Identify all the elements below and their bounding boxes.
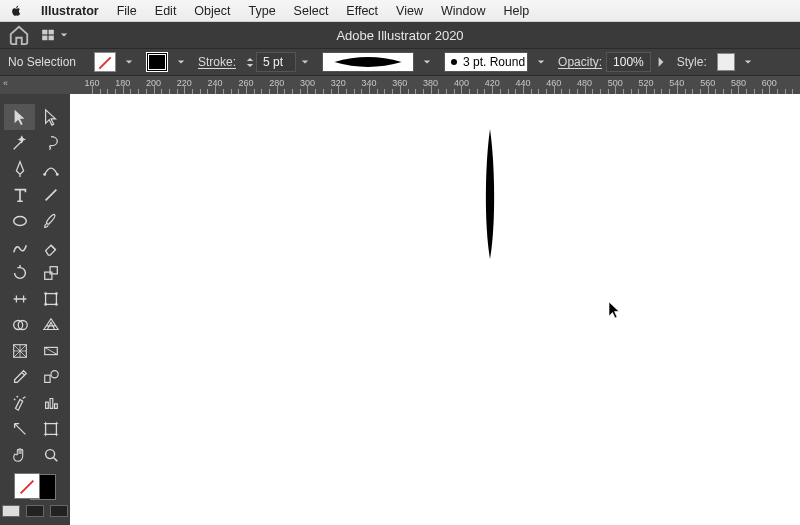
effect-menu[interactable]: Effect xyxy=(346,4,378,18)
fill-dropdown-icon[interactable] xyxy=(122,55,136,69)
eraser-tool[interactable] xyxy=(35,234,66,260)
stroke-swatch[interactable] xyxy=(146,52,168,72)
style-label: Style: xyxy=(677,55,707,69)
shape-builder-tool[interactable] xyxy=(4,312,35,338)
edit-menu[interactable]: Edit xyxy=(155,4,177,18)
width-tool[interactable] xyxy=(4,286,35,312)
magic-wand-tool[interactable] xyxy=(4,130,35,156)
selection-status: No Selection xyxy=(8,55,84,69)
paintbrush-tool[interactable] xyxy=(35,208,66,234)
eyedropper-tool[interactable] xyxy=(4,364,35,390)
opacity-field[interactable]: 100% xyxy=(606,52,651,72)
apple-menu-icon[interactable] xyxy=(10,4,23,17)
scale-tool[interactable] xyxy=(35,260,66,286)
stroke-width-field[interactable]: 5 pt xyxy=(256,52,296,72)
ellipse-tool[interactable] xyxy=(4,208,35,234)
style-dropdown-icon[interactable] xyxy=(741,55,755,69)
pen-tool[interactable] xyxy=(4,156,35,182)
fill-color-proxy[interactable] xyxy=(14,473,40,499)
canvas[interactable] xyxy=(70,94,800,525)
macos-menubar: Illustrator File Edit Object Type Select… xyxy=(0,0,800,22)
artboard-tool[interactable] xyxy=(35,416,66,442)
home-button-icon[interactable] xyxy=(8,26,30,44)
document-arrange-dropdown[interactable] xyxy=(40,28,68,42)
svg-rect-1 xyxy=(49,30,54,35)
opacity-label[interactable]: Opacity: xyxy=(558,55,602,69)
brush-definition-field[interactable]: 3 pt. Round xyxy=(444,52,528,72)
app-titlebar: Adobe Illustrator 2020 xyxy=(0,22,800,48)
column-graph-tool[interactable] xyxy=(35,390,66,416)
opacity-more-icon[interactable] xyxy=(655,56,667,68)
fill-stroke-control[interactable] xyxy=(14,473,56,500)
brush-dropdown-icon[interactable] xyxy=(534,55,548,69)
profile-dropdown-icon[interactable] xyxy=(420,55,434,69)
color-mode-row xyxy=(2,505,68,517)
drawn-brush-stroke[interactable] xyxy=(480,129,500,259)
cursor-arrow-icon xyxy=(608,301,622,319)
blend-tool[interactable] xyxy=(35,364,66,390)
svg-rect-3 xyxy=(49,36,54,41)
stroke-width-dropdown-icon[interactable] xyxy=(298,55,312,69)
line-segment-tool[interactable] xyxy=(35,182,66,208)
view-menu[interactable]: View xyxy=(396,4,423,18)
hand-tool[interactable] xyxy=(4,442,35,468)
window-menu[interactable]: Window xyxy=(441,4,485,18)
horizontal-ruler[interactable]: « 16018020022024026028030032034036038040… xyxy=(0,76,800,94)
brush-definition-label: 3 pt. Round xyxy=(463,55,525,69)
type-menu[interactable]: Type xyxy=(249,4,276,18)
stroke-width-stepper[interactable] xyxy=(246,57,254,68)
symbol-sprayer-tool[interactable] xyxy=(4,390,35,416)
object-menu[interactable]: Object xyxy=(194,4,230,18)
selection-tool[interactable] xyxy=(4,104,35,130)
color-mode-none[interactable] xyxy=(50,505,68,517)
fill-swatch[interactable] xyxy=(94,52,116,72)
curvature-tool[interactable] xyxy=(35,156,66,182)
shaper-tool[interactable] xyxy=(4,234,35,260)
lasso-tool[interactable] xyxy=(35,130,66,156)
graphic-style-swatch[interactable] xyxy=(717,53,735,71)
slice-tool[interactable] xyxy=(4,416,35,442)
color-mode-solid[interactable] xyxy=(2,505,20,517)
gradient-tool[interactable] xyxy=(35,338,66,364)
rotate-tool[interactable] xyxy=(4,260,35,286)
select-menu[interactable]: Select xyxy=(294,4,329,18)
free-transform-tool[interactable] xyxy=(35,286,66,312)
variable-width-profile[interactable] xyxy=(322,52,414,72)
help-menu[interactable]: Help xyxy=(503,4,529,18)
app-title: Adobe Illustrator 2020 xyxy=(0,28,800,43)
svg-rect-0 xyxy=(42,30,47,35)
file-menu[interactable]: File xyxy=(117,4,137,18)
zoom-tool[interactable] xyxy=(35,442,66,468)
tools-panel xyxy=(0,94,70,525)
brush-dot-icon xyxy=(451,59,457,65)
app-menu[interactable]: Illustrator xyxy=(41,4,99,18)
type-tool[interactable] xyxy=(4,182,35,208)
stroke-dropdown-icon[interactable] xyxy=(174,55,188,69)
svg-rect-2 xyxy=(42,36,47,41)
perspective-grid-tool[interactable] xyxy=(35,312,66,338)
direct-selection-tool[interactable] xyxy=(35,104,66,130)
mesh-tool[interactable] xyxy=(4,338,35,364)
color-mode-gradient[interactable] xyxy=(26,505,44,517)
stroke-label[interactable]: Stroke: xyxy=(198,55,236,69)
workspace xyxy=(0,94,800,525)
control-bar: No Selection Stroke: 5 pt 3 pt. Round Op… xyxy=(0,48,800,76)
